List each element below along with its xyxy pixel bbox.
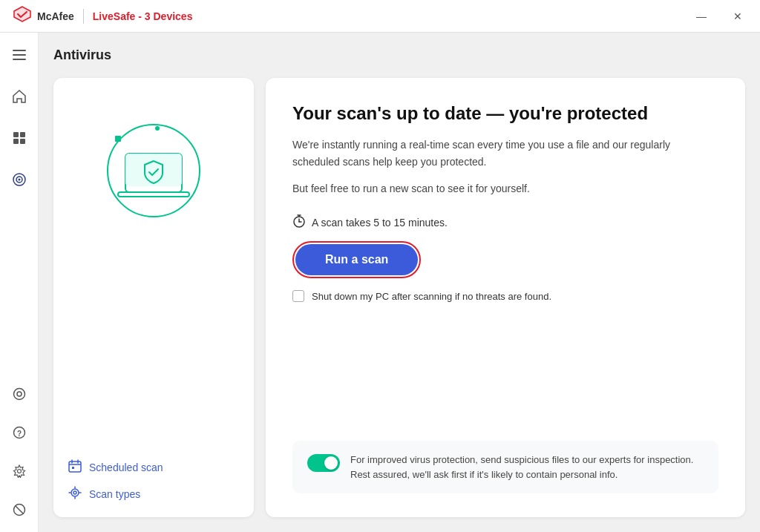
virus-protection-info-box: For improved virus protection, send susp… bbox=[292, 441, 718, 493]
svg-rect-23 bbox=[69, 462, 81, 472]
minimize-button[interactable]: — bbox=[690, 7, 712, 25]
virus-protection-info-text: For improved virus protection, send susp… bbox=[350, 453, 704, 482]
svg-rect-0 bbox=[13, 50, 26, 51]
svg-line-16 bbox=[15, 506, 23, 514]
svg-text:?: ? bbox=[16, 430, 21, 438]
scan-status-heading: Your scan's up to date — you're protecte… bbox=[292, 102, 718, 125]
scan-timer-info: A scan takes 5 to 15 minutes. bbox=[292, 214, 718, 231]
sidebar-item-menu[interactable] bbox=[6, 42, 33, 68]
antivirus-illustration bbox=[94, 108, 213, 229]
shutdown-checkbox[interactable] bbox=[292, 290, 304, 302]
run-scan-highlight: Run a scan bbox=[292, 241, 421, 278]
sidebar: ? bbox=[0, 33, 39, 532]
svg-point-29 bbox=[73, 491, 76, 494]
scheduled-scan-link[interactable]: Scheduled scan bbox=[68, 459, 239, 476]
svg-rect-21 bbox=[125, 154, 182, 186]
sidebar-item-protection[interactable] bbox=[6, 166, 33, 193]
virus-protection-toggle[interactable] bbox=[307, 454, 340, 472]
panels: Scheduled scan Scan types bbox=[53, 78, 745, 517]
svg-rect-2 bbox=[13, 59, 26, 60]
product-name: LiveSafe - 3 Devices bbox=[93, 10, 193, 22]
panel-links: Scheduled scan Scan types bbox=[68, 452, 239, 502]
sidebar-bottom: ? bbox=[6, 381, 33, 523]
svg-rect-5 bbox=[13, 139, 19, 144]
page-title: Antivirus bbox=[53, 47, 745, 63]
app-body: ? Antivirus bbox=[0, 33, 760, 532]
svg-rect-3 bbox=[13, 132, 19, 137]
svg-rect-27 bbox=[72, 467, 74, 469]
svg-point-11 bbox=[17, 392, 22, 396]
right-panel: Your scan's up to date — you're protecte… bbox=[266, 78, 745, 517]
svg-rect-22 bbox=[118, 192, 189, 197]
scan-types-link[interactable]: Scan types bbox=[68, 486, 239, 502]
svg-point-14 bbox=[17, 470, 21, 473]
mcafee-logo: McAfee bbox=[12, 6, 74, 27]
titlebar-left: McAfee LiveSafe - 3 Devices bbox=[12, 6, 192, 27]
shutdown-checkbox-label: Shut down my PC after scanning if no thr… bbox=[312, 291, 551, 302]
content-area: Antivirus bbox=[39, 33, 760, 532]
svg-rect-4 bbox=[20, 132, 25, 137]
sidebar-item-help[interactable]: ? bbox=[6, 419, 33, 446]
left-panel: Scheduled scan Scan types bbox=[53, 78, 254, 517]
toggle-track bbox=[307, 454, 340, 472]
shutdown-checkbox-row: Shut down my PC after scanning if no thr… bbox=[292, 290, 718, 302]
svg-point-19 bbox=[155, 126, 160, 131]
scan-types-icon bbox=[68, 486, 82, 502]
svg-rect-18 bbox=[115, 136, 121, 142]
scan-types-label: Scan types bbox=[89, 488, 140, 500]
scheduled-scan-label: Scheduled scan bbox=[89, 462, 163, 473]
sidebar-item-home[interactable] bbox=[6, 83, 33, 110]
sidebar-item-settings2[interactable] bbox=[6, 458, 33, 485]
close-button[interactable]: ✕ bbox=[727, 7, 748, 25]
timer-icon bbox=[292, 214, 306, 231]
svg-point-9 bbox=[18, 179, 20, 181]
svg-rect-6 bbox=[20, 139, 25, 144]
svg-rect-1 bbox=[13, 54, 26, 56]
svg-point-28 bbox=[71, 489, 79, 496]
timer-text: A scan takes 5 to 15 minutes. bbox=[312, 217, 448, 229]
svg-point-10 bbox=[13, 389, 24, 400]
mcafee-logo-text: McAfee bbox=[37, 10, 74, 22]
titlebar: McAfee LiveSafe - 3 Devices — ✕ bbox=[0, 0, 760, 33]
scan-description-1: We're instantly running a real-time scan… bbox=[292, 137, 718, 170]
titlebar-controls: — ✕ bbox=[690, 7, 748, 25]
scheduled-scan-icon bbox=[68, 459, 82, 476]
scan-description-2: But feel free to run a new scan to see i… bbox=[292, 180, 718, 197]
mcafee-brand-icon bbox=[12, 6, 33, 27]
titlebar-divider bbox=[83, 9, 84, 24]
sidebar-item-settings1[interactable] bbox=[6, 381, 33, 407]
sidebar-item-block[interactable] bbox=[6, 496, 33, 523]
run-scan-button[interactable]: Run a scan bbox=[295, 244, 418, 275]
sidebar-item-grid[interactable] bbox=[6, 125, 33, 151]
toggle-knob bbox=[324, 456, 338, 470]
